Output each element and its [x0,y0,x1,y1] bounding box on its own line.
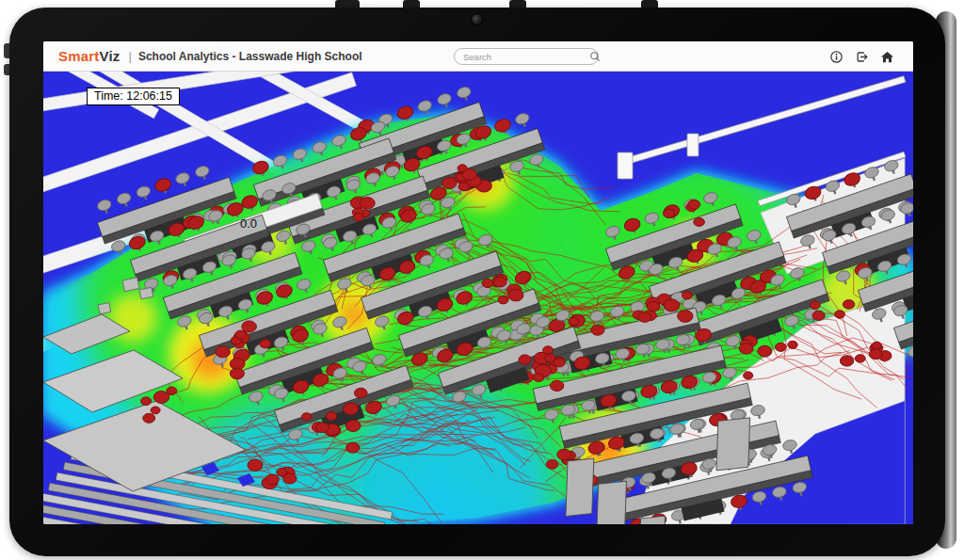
person-dot [345,420,361,431]
logo-secondary: Viz [100,48,120,64]
person-dot [462,169,476,181]
search-input[interactable] [455,52,589,62]
person-dot [534,374,544,382]
person-dot [776,343,787,351]
person-dot [569,317,579,325]
person-dot [688,200,700,209]
viz-3d-viewport[interactable]: 0.0 Time: 12:06:15 [43,72,913,524]
person-dot [235,330,247,339]
person-dot [316,423,329,433]
person-dot [554,359,565,367]
person-dot [508,289,523,301]
header-actions [828,49,894,64]
person-dot [545,354,555,362]
page-title: School Analytics - Lasswade High School [138,50,362,63]
app-header: SmartViz | School Analytics - Lasswade H… [43,41,913,72]
home-icon[interactable] [879,49,894,64]
table-annotation: 0.0 [240,216,257,231]
person-dot [810,301,820,309]
person-dot [482,279,493,287]
person-dot [835,311,845,318]
info-icon[interactable] [828,49,844,64]
logo-primary: Smart [58,48,100,64]
person-dot [812,311,825,320]
person-dot [302,413,312,421]
person-dot [458,183,470,191]
exit-icon[interactable] [854,49,869,64]
person-dot [230,368,244,379]
person-dot [242,321,257,332]
person-dot [546,460,557,470]
person-dot [744,372,753,379]
person-dot [550,380,563,391]
person-dot [354,214,364,221]
person-dot [840,356,853,366]
person-dot [519,355,531,364]
person-dot [855,355,865,362]
person-dot [872,342,881,349]
person-dot [260,340,271,348]
person-dot [557,449,571,460]
simulation-time-readout: Time: 12:06:15 [87,88,180,105]
person-dot [355,388,368,398]
person-dot [216,346,230,358]
person-dot [683,292,693,299]
person-dot [143,413,155,423]
person-dot [141,397,152,406]
search-icon[interactable] [589,51,601,62]
viz-3d-scene[interactable]: 0.0 [43,72,913,524]
search-box[interactable] [454,48,599,65]
header-separator: | [129,49,132,63]
person-dot [869,349,882,360]
person-dot [167,387,177,394]
person-dot [498,296,508,304]
person-dot [739,344,753,354]
tablet-camera [471,13,483,25]
person-dot [360,198,375,210]
person-dot [248,459,263,471]
person-dot [265,474,279,485]
person-dot [543,346,554,354]
person-dot [788,341,797,348]
person-dot [346,442,360,453]
app-logo[interactable]: SmartViz [58,48,120,64]
app-screenshot: SmartViz | School Analytics - Lasswade H… [0,0,964,560]
person-dot [493,277,506,287]
person-dot [442,178,457,189]
person-dot [664,209,675,217]
person-dot [843,300,854,310]
person-dot [758,345,772,357]
person-dot [694,217,705,226]
person-dot [664,299,680,312]
person-dot [678,311,693,323]
person-dot [647,301,659,311]
app-window: SmartViz | School Analytics - Lasswade H… [43,41,913,524]
person-dot [283,473,297,484]
person-dot [591,325,604,335]
person-dot [326,412,336,421]
person-dot [344,403,359,415]
person-dot [151,407,160,414]
person-dot [638,312,651,323]
